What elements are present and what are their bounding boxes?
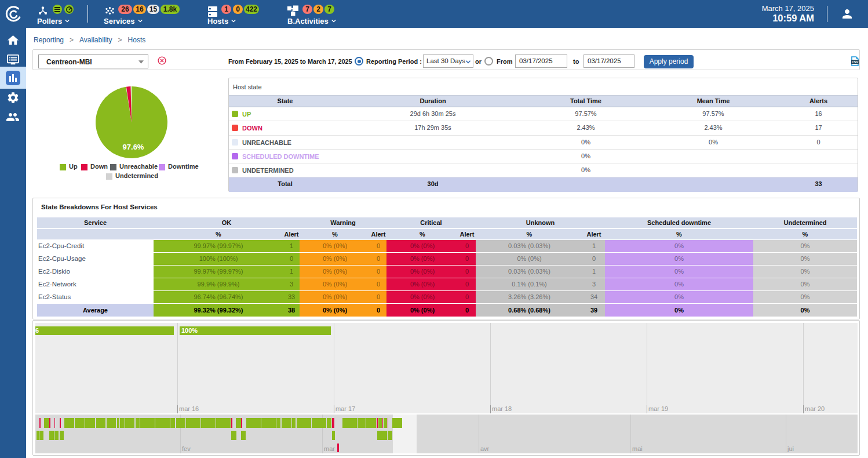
svg-text:97.6%: 97.6% [123, 143, 144, 151]
svg-text:CSV: CSV [852, 60, 858, 64]
